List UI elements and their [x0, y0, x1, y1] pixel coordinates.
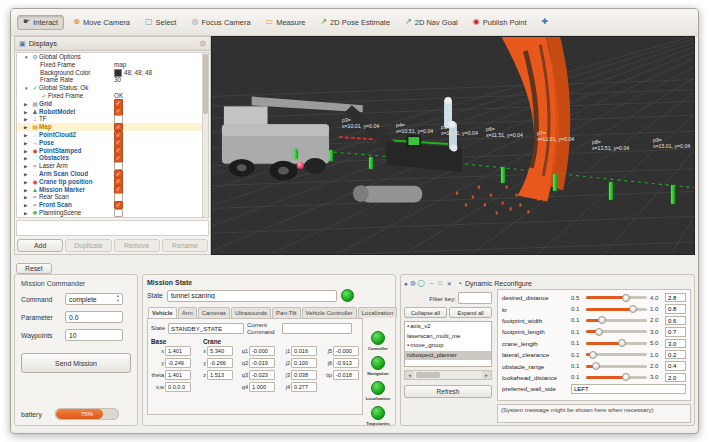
- value-box[interactable]: -0.249: [165, 358, 191, 368]
- tool-publish-point[interactable]: ◉Publish Point: [467, 15, 533, 30]
- expand-arrow-icon[interactable]: ▶: [24, 210, 31, 218]
- tree-scroll-thumb[interactable]: [203, 54, 208, 114]
- display-row[interactable]: ▶∴Arm Scan Cloud✓: [17, 170, 208, 178]
- param-value[interactable]: 0.2: [665, 350, 686, 360]
- send-mission-button[interactable]: Send Mission: [21, 353, 131, 373]
- display-row[interactable]: ▶≈Laser Arm: [17, 162, 208, 170]
- command-select[interactable]: complete ▴▾: [65, 293, 123, 305]
- tab-arm[interactable]: Arm: [178, 307, 197, 318]
- value-box[interactable]: -0.018: [333, 370, 359, 380]
- param-value[interactable]: 2.0: [665, 373, 686, 383]
- close-icon[interactable]: ✕: [447, 280, 452, 287]
- tab-pan-tilt[interactable]: Pan-Tilt: [272, 307, 300, 318]
- tab-vehicle-controller[interactable]: Vehicle Controller: [302, 307, 357, 318]
- parameter-input[interactable]: [65, 311, 123, 323]
- value-box[interactable]: 1.513: [207, 370, 233, 380]
- display-row[interactable]: ▶≈Rear Scan: [17, 193, 208, 201]
- value-box[interactable]: 1.401: [165, 370, 191, 380]
- scroll-right-icon[interactable]: ▸: [482, 371, 491, 379]
- slider-handle[interactable]: [598, 316, 606, 324]
- display-row[interactable]: ▼⚙Global Options: [17, 53, 208, 61]
- slider-handle[interactable]: [618, 339, 626, 347]
- value-box[interactable]: 1.000: [249, 382, 275, 392]
- display-row[interactable]: ▼✓Global Status: Ok: [17, 84, 208, 92]
- panel-dock-icon[interactable]: ●: [404, 280, 408, 287]
- display-row[interactable]: ✓Fixed FrameOK: [17, 92, 208, 100]
- param-slider[interactable]: [586, 308, 647, 311]
- display-row[interactable]: ▶▲Mission Marker✓: [17, 186, 208, 194]
- 3d-viewport[interactable]: p3=x=10.01, y=0.04p4=x=10.51, y=0.04p5=x…: [211, 36, 695, 255]
- node-item[interactable]: ▪move_group: [405, 341, 491, 351]
- panel-detach-icon[interactable]: ⊙: [199, 39, 206, 48]
- display-row[interactable]: ▶→Pose✓: [17, 139, 208, 147]
- node-item[interactable]: robospect_planner: [405, 351, 491, 361]
- value-box[interactable]: -0.023: [249, 370, 275, 380]
- value-box[interactable]: -0.266: [207, 358, 233, 368]
- node-list-scrollbar[interactable]: ◂ ▸: [404, 370, 492, 380]
- display-row[interactable]: ▶♟RobotModel✓: [17, 108, 208, 116]
- display-row[interactable]: ▶▦Grid✓: [17, 100, 208, 108]
- param-slider[interactable]: [586, 376, 647, 379]
- slider-handle[interactable]: [595, 328, 603, 336]
- param-value[interactable]: 2.8: [665, 293, 686, 303]
- display-row[interactable]: Background Color48; 48; 48: [17, 69, 208, 77]
- mission-state-input[interactable]: [167, 290, 337, 302]
- vehicle-state-input[interactable]: [168, 323, 244, 334]
- value-box[interactable]: 0.0,0.0: [165, 382, 191, 392]
- tab-cameras[interactable]: Cameras: [198, 307, 230, 318]
- slider-handle[interactable]: [592, 362, 600, 370]
- param-slider[interactable]: [586, 365, 647, 368]
- expand-all-button[interactable]: Expand all: [449, 307, 492, 318]
- slider-handle[interactable]: [589, 351, 597, 359]
- display-row[interactable]: Frame Rate30: [17, 76, 208, 84]
- tool-pose-estimate[interactable]: ↗2D Pose Estimate: [314, 15, 396, 30]
- scroll-thumb[interactable]: [416, 372, 440, 378]
- tab-localization[interactable]: Localization: [358, 307, 398, 318]
- globe-icon[interactable]: ◯: [418, 279, 425, 287]
- minimize-icon[interactable]: ‒: [430, 280, 433, 286]
- refresh-button[interactable]: Refresh: [404, 385, 492, 398]
- value-box[interactable]: 0.038: [291, 370, 317, 380]
- waypoints-input[interactable]: [65, 329, 123, 341]
- slider-handle[interactable]: [622, 294, 630, 302]
- tool-measure[interactable]: ▭Measure: [260, 15, 312, 30]
- param-value[interactable]: 0.8: [665, 304, 686, 314]
- value-box[interactable]: 1.401: [165, 346, 191, 356]
- panel-tool-icon[interactable]: ◍: [410, 279, 416, 287]
- float-icon[interactable]: □: [438, 280, 442, 286]
- display-row[interactable]: ▶≈Front Scan✓: [17, 201, 208, 209]
- display-row[interactable]: ▶◉PointStamped✓: [17, 147, 208, 155]
- param-slider[interactable]: [586, 319, 647, 322]
- param-value[interactable]: 0.6: [665, 316, 686, 326]
- tree-scrollbar[interactable]: [202, 53, 208, 217]
- value-box[interactable]: 0.016: [291, 346, 317, 356]
- tool-add-tool[interactable]: ✚: [535, 15, 554, 29]
- param-slider[interactable]: [586, 353, 647, 356]
- slider-handle[interactable]: [629, 305, 637, 313]
- current-command-input[interactable]: [282, 323, 352, 334]
- node-item[interactable]: laserscan_multi_me: [405, 332, 491, 342]
- tool-nav-goal[interactable]: ↗2D Nav Goal: [399, 15, 464, 30]
- param-text-input[interactable]: LEFT: [571, 384, 686, 394]
- add-button[interactable]: Add: [17, 239, 63, 252]
- display-row[interactable]: ▶◉Crane tip position✓: [17, 178, 208, 186]
- panel-checkbox-icon[interactable]: ▪: [459, 280, 461, 286]
- display-row[interactable]: ▶∴PointCloud2✓: [17, 131, 208, 139]
- display-checkbox[interactable]: [114, 209, 123, 218]
- display-row[interactable]: ▶▤Map✓: [17, 123, 208, 131]
- param-value[interactable]: 3.0: [665, 339, 686, 349]
- collapse-all-button[interactable]: Collapse all: [404, 307, 447, 318]
- display-row[interactable]: ▶∷Obstacles✓: [17, 154, 208, 162]
- tool-move-camera[interactable]: ⊕Move Camera: [67, 15, 136, 30]
- param-value[interactable]: 0.7: [665, 327, 686, 337]
- display-row[interactable]: ▶⊥TF: [17, 115, 208, 123]
- spinner-arrows-icon[interactable]: ▴▾: [117, 294, 119, 303]
- tool-select[interactable]: ▢Select: [139, 15, 182, 30]
- tab-vehicle[interactable]: Vehicle: [148, 307, 177, 318]
- param-slider[interactable]: [586, 296, 647, 299]
- slider-handle[interactable]: [622, 373, 630, 381]
- value-box[interactable]: 0.100: [291, 358, 317, 368]
- reset-button[interactable]: Reset: [16, 263, 52, 274]
- tab-ultrasounds[interactable]: Ultrasounds: [231, 307, 271, 318]
- value-box[interactable]: -0.913: [333, 358, 359, 368]
